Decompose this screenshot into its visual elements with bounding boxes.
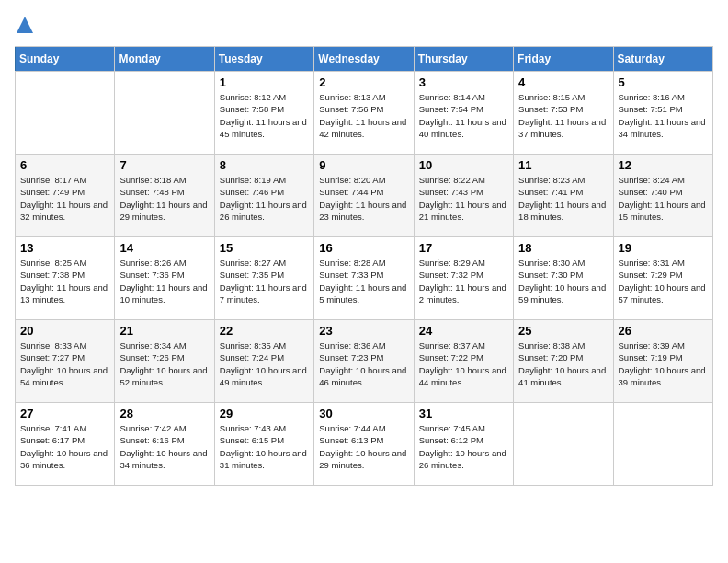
day-header-monday: Monday bbox=[115, 47, 214, 72]
day-info: Sunrise: 8:35 AM Sunset: 7:24 PM Dayligh… bbox=[220, 339, 309, 388]
calendar-week-1: 1Sunrise: 8:12 AM Sunset: 7:58 PM Daylig… bbox=[16, 72, 713, 155]
day-info: Sunrise: 7:45 AM Sunset: 6:12 PM Dayligh… bbox=[419, 422, 508, 471]
calendar-cell: 12Sunrise: 8:24 AM Sunset: 7:40 PM Dayli… bbox=[613, 155, 712, 237]
calendar-cell: 15Sunrise: 8:27 AM Sunset: 7:35 PM Dayli… bbox=[214, 237, 313, 320]
day-number: 4 bbox=[518, 75, 608, 89]
day-info: Sunrise: 8:13 AM Sunset: 7:56 PM Dayligh… bbox=[319, 91, 408, 140]
day-info: Sunrise: 8:22 AM Sunset: 7:43 PM Dayligh… bbox=[419, 174, 508, 223]
day-info: Sunrise: 8:33 AM Sunset: 7:27 PM Dayligh… bbox=[20, 339, 109, 388]
day-info: Sunrise: 8:30 AM Sunset: 7:30 PM Dayligh… bbox=[518, 257, 608, 305]
day-number: 8 bbox=[220, 158, 309, 172]
day-header-friday: Friday bbox=[514, 47, 613, 72]
day-number: 24 bbox=[419, 324, 508, 338]
calendar-cell: 21Sunrise: 8:34 AM Sunset: 7:26 PM Dayli… bbox=[115, 320, 214, 403]
day-number: 5 bbox=[619, 75, 708, 89]
calendar-week-3: 13Sunrise: 8:25 AM Sunset: 7:38 PM Dayli… bbox=[16, 237, 713, 320]
calendar-cell: 23Sunrise: 8:36 AM Sunset: 7:23 PM Dayli… bbox=[314, 320, 414, 403]
day-number: 6 bbox=[20, 158, 109, 172]
page-header bbox=[15, 15, 713, 39]
day-info: Sunrise: 8:17 AM Sunset: 7:49 PM Dayligh… bbox=[20, 174, 109, 223]
day-info: Sunrise: 8:39 AM Sunset: 7:19 PM Dayligh… bbox=[619, 339, 708, 388]
day-info: Sunrise: 7:44 AM Sunset: 6:13 PM Dayligh… bbox=[319, 422, 408, 471]
calendar-cell: 13Sunrise: 8:25 AM Sunset: 7:38 PM Dayli… bbox=[16, 237, 115, 320]
calendar-cell bbox=[514, 403, 613, 486]
calendar-cell: 5Sunrise: 8:16 AM Sunset: 7:51 PM Daylig… bbox=[613, 72, 712, 155]
calendar-cell: 7Sunrise: 8:18 AM Sunset: 7:48 PM Daylig… bbox=[115, 155, 214, 237]
day-number: 11 bbox=[518, 158, 608, 172]
day-header-wednesday: Wednesday bbox=[314, 47, 414, 72]
logo bbox=[15, 15, 37, 39]
day-number: 12 bbox=[619, 158, 708, 172]
day-info: Sunrise: 8:14 AM Sunset: 7:54 PM Dayligh… bbox=[419, 91, 508, 140]
day-number: 9 bbox=[319, 158, 408, 172]
day-info: Sunrise: 8:25 AM Sunset: 7:38 PM Dayligh… bbox=[20, 257, 109, 305]
logo-icon bbox=[15, 15, 35, 39]
calendar-cell: 1Sunrise: 8:12 AM Sunset: 7:58 PM Daylig… bbox=[214, 72, 313, 155]
day-number: 25 bbox=[518, 324, 608, 338]
day-number: 7 bbox=[119, 158, 209, 172]
calendar-cell: 17Sunrise: 8:29 AM Sunset: 7:32 PM Dayli… bbox=[414, 237, 513, 320]
day-info: Sunrise: 8:26 AM Sunset: 7:36 PM Dayligh… bbox=[119, 257, 209, 305]
day-info: Sunrise: 7:43 AM Sunset: 6:15 PM Dayligh… bbox=[220, 422, 309, 471]
day-info: Sunrise: 8:20 AM Sunset: 7:44 PM Dayligh… bbox=[319, 174, 408, 223]
day-number: 31 bbox=[419, 407, 508, 420]
day-number: 16 bbox=[319, 241, 408, 255]
calendar-cell: 3Sunrise: 8:14 AM Sunset: 7:54 PM Daylig… bbox=[414, 72, 513, 155]
day-number: 26 bbox=[619, 324, 708, 338]
calendar-cell: 30Sunrise: 7:44 AM Sunset: 6:13 PM Dayli… bbox=[314, 403, 414, 486]
calendar-cell: 4Sunrise: 8:15 AM Sunset: 7:53 PM Daylig… bbox=[514, 72, 613, 155]
calendar-cell: 11Sunrise: 8:23 AM Sunset: 7:41 PM Dayli… bbox=[514, 155, 613, 237]
calendar-week-5: 27Sunrise: 7:41 AM Sunset: 6:17 PM Dayli… bbox=[16, 403, 713, 486]
day-info: Sunrise: 8:19 AM Sunset: 7:46 PM Dayligh… bbox=[220, 174, 309, 223]
calendar-week-2: 6Sunrise: 8:17 AM Sunset: 7:49 PM Daylig… bbox=[16, 155, 713, 237]
day-info: Sunrise: 8:36 AM Sunset: 7:23 PM Dayligh… bbox=[319, 339, 408, 388]
day-info: Sunrise: 8:29 AM Sunset: 7:32 PM Dayligh… bbox=[419, 257, 508, 305]
day-number: 13 bbox=[20, 241, 109, 255]
day-number: 17 bbox=[419, 241, 508, 255]
day-number: 19 bbox=[619, 241, 708, 255]
calendar-cell: 25Sunrise: 8:38 AM Sunset: 7:20 PM Dayli… bbox=[514, 320, 613, 403]
calendar-cell: 26Sunrise: 8:39 AM Sunset: 7:19 PM Dayli… bbox=[613, 320, 712, 403]
calendar-cell: 16Sunrise: 8:28 AM Sunset: 7:33 PM Dayli… bbox=[314, 237, 414, 320]
day-number: 14 bbox=[119, 241, 209, 255]
day-number: 2 bbox=[319, 75, 408, 89]
calendar-cell: 20Sunrise: 8:33 AM Sunset: 7:27 PM Dayli… bbox=[16, 320, 115, 403]
day-info: Sunrise: 8:12 AM Sunset: 7:58 PM Dayligh… bbox=[220, 91, 309, 140]
day-info: Sunrise: 8:38 AM Sunset: 7:20 PM Dayligh… bbox=[518, 339, 608, 388]
calendar-cell: 9Sunrise: 8:20 AM Sunset: 7:44 PM Daylig… bbox=[314, 155, 414, 237]
calendar-cell: 14Sunrise: 8:26 AM Sunset: 7:36 PM Dayli… bbox=[115, 237, 214, 320]
day-number: 21 bbox=[119, 324, 209, 338]
calendar-cell: 29Sunrise: 7:43 AM Sunset: 6:15 PM Dayli… bbox=[214, 403, 313, 486]
day-info: Sunrise: 8:37 AM Sunset: 7:22 PM Dayligh… bbox=[419, 339, 508, 388]
calendar-cell: 27Sunrise: 7:41 AM Sunset: 6:17 PM Dayli… bbox=[16, 403, 115, 486]
calendar-cell: 6Sunrise: 8:17 AM Sunset: 7:49 PM Daylig… bbox=[16, 155, 115, 237]
day-info: Sunrise: 8:18 AM Sunset: 7:48 PM Dayligh… bbox=[119, 174, 209, 223]
day-info: Sunrise: 8:34 AM Sunset: 7:26 PM Dayligh… bbox=[119, 339, 209, 388]
day-header-thursday: Thursday bbox=[414, 47, 513, 72]
day-number: 27 bbox=[20, 407, 109, 420]
svg-marker-0 bbox=[17, 17, 33, 33]
day-info: Sunrise: 7:41 AM Sunset: 6:17 PM Dayligh… bbox=[20, 422, 109, 471]
day-number: 22 bbox=[220, 324, 309, 338]
day-info: Sunrise: 7:42 AM Sunset: 6:16 PM Dayligh… bbox=[119, 422, 209, 471]
day-number: 20 bbox=[20, 324, 109, 338]
calendar-cell bbox=[613, 403, 712, 486]
calendar-cell bbox=[115, 72, 214, 155]
calendar-cell: 2Sunrise: 8:13 AM Sunset: 7:56 PM Daylig… bbox=[314, 72, 414, 155]
day-info: Sunrise: 8:24 AM Sunset: 7:40 PM Dayligh… bbox=[619, 174, 708, 223]
calendar-cell: 22Sunrise: 8:35 AM Sunset: 7:24 PM Dayli… bbox=[214, 320, 313, 403]
calendar-week-4: 20Sunrise: 8:33 AM Sunset: 7:27 PM Dayli… bbox=[16, 320, 713, 403]
day-number: 15 bbox=[220, 241, 309, 255]
calendar-cell: 28Sunrise: 7:42 AM Sunset: 6:16 PM Dayli… bbox=[115, 403, 214, 486]
day-info: Sunrise: 8:16 AM Sunset: 7:51 PM Dayligh… bbox=[619, 91, 708, 140]
day-number: 10 bbox=[419, 158, 508, 172]
day-header-sunday: Sunday bbox=[16, 47, 115, 72]
day-info: Sunrise: 8:28 AM Sunset: 7:33 PM Dayligh… bbox=[319, 257, 408, 305]
day-header-saturday: Saturday bbox=[613, 47, 712, 72]
calendar-cell: 10Sunrise: 8:22 AM Sunset: 7:43 PM Dayli… bbox=[414, 155, 513, 237]
day-number: 28 bbox=[119, 407, 209, 420]
calendar-cell: 19Sunrise: 8:31 AM Sunset: 7:29 PM Dayli… bbox=[613, 237, 712, 320]
day-number: 30 bbox=[319, 407, 408, 420]
calendar-cell: 24Sunrise: 8:37 AM Sunset: 7:22 PM Dayli… bbox=[414, 320, 513, 403]
day-info: Sunrise: 8:31 AM Sunset: 7:29 PM Dayligh… bbox=[619, 257, 708, 305]
